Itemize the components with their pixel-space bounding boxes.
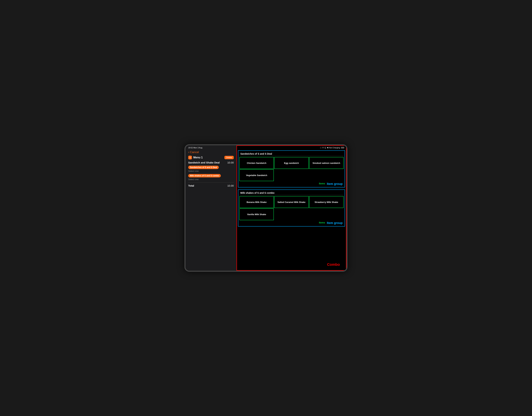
group2-tag-label: Milk shakes of S and S combo [188, 174, 221, 177]
status-bar-left: 19:52 Mon 3 Aug [185, 145, 237, 149]
menu-row: 1 Menu 1 Delete [188, 156, 234, 159]
status-bar-right: □ ⊙ Q ◀ Not Charging [237, 146, 346, 149]
combo-area: Combo [237, 228, 346, 270]
section2-items-label: Items [319, 221, 325, 225]
group1-tag-label: Sandwiches of S and S Deal [188, 166, 219, 169]
section-sandwiches: Sandwiches of S and S Deal Chicken Sandw… [238, 150, 345, 187]
deal-price: 10.00 [227, 161, 234, 164]
item-vegetable-sandwich[interactable]: Vegetable Sandwich [239, 169, 274, 181]
group1-tag[interactable]: Sandwiches of S and S Deal [188, 166, 234, 169]
cancel-button[interactable]: ‹ Cancel [185, 149, 237, 156]
section2-item-group-label: Item group [327, 221, 342, 225]
total-row: Total 10.00 [188, 184, 234, 187]
battery-label: Not Charging [329, 147, 340, 149]
group2-tag[interactable]: Milk shakes of S and S combo [188, 174, 234, 178]
tablet-device: 19:52 Mon 3 Aug ‹ Cancel 1 Menu 1 Delete… [184, 144, 348, 272]
battery-icon [341, 147, 344, 148]
deal-row: Sandwich and Shake Deal 10.00 [188, 161, 234, 164]
section1-items-label: Items [319, 182, 325, 186]
total-label: Total [188, 184, 194, 187]
status-icons: □ ⊙ Q ◀ Not Charging [320, 146, 344, 149]
section2-items-grid: Banana Milk Shake Salted Caramel Milk Sh… [239, 196, 344, 220]
item-salted-caramel-milkshake[interactable]: Salted Caramel Milk Shake [274, 196, 309, 208]
chevron-left-icon: ‹ [188, 150, 189, 154]
combo-label: Combo [327, 261, 342, 269]
monitor-icon: □ [320, 147, 321, 149]
deal-name: Sandwich and Shake Deal [188, 161, 220, 164]
section1-footer: Items Item group [239, 182, 344, 186]
cancel-label: Cancel [190, 151, 199, 154]
volume-icon: ◀ [327, 146, 328, 149]
left-panel: 19:52 Mon 3 Aug ‹ Cancel 1 Menu 1 Delete… [185, 145, 237, 271]
section1-items-grid: Chicken Sandwich Egg sandwich Smoked sal… [239, 157, 344, 181]
menu-name: Menu 1 [193, 156, 203, 159]
time-display: 19:52 [188, 147, 193, 149]
item-chicken-sandwich[interactable]: Chicken Sandwich [239, 157, 274, 169]
left-content: 1 Menu 1 Delete Sandwich and Shake Deal … [185, 156, 237, 271]
right-panel: □ ⊙ Q ◀ Not Charging Sandwiches of S and… [237, 145, 347, 271]
item-banana-milkshake[interactable]: Banana Milk Shake [239, 196, 274, 208]
item-egg-sandwich[interactable]: Egg sandwich [274, 157, 309, 169]
menu-label: 1 Menu 1 [188, 156, 203, 159]
menu-icon: 1 [188, 156, 192, 159]
group1-select-hint: Select one [188, 170, 234, 172]
section2-footer: Items Item group [239, 221, 344, 225]
group2-select-hint: Select one [188, 178, 234, 181]
section1-title: Sandwiches of S and S Deal [239, 152, 344, 156]
item-smoked-salmon[interactable]: Smoked salmon sandwich [309, 157, 344, 169]
item-strawberry-milkshake[interactable]: Strawberry Milk Shake [309, 196, 344, 208]
section1-item-group-label: Item group [327, 182, 342, 186]
wifi-icon: ⊙ [322, 146, 324, 149]
item-vanilla-milkshake[interactable]: Vanilla Milk Shake [239, 208, 274, 220]
total-price: 10.00 [227, 184, 234, 187]
date-display: Mon 3 Aug [193, 147, 202, 149]
divider [188, 182, 234, 183]
section-milkshakes: Milk shakes of S and S combo Banana Milk… [238, 189, 345, 227]
section2-title: Milk shakes of S and S combo [239, 191, 344, 195]
delete-button[interactable]: Delete [224, 156, 234, 159]
signal-icon: Q [325, 147, 326, 149]
